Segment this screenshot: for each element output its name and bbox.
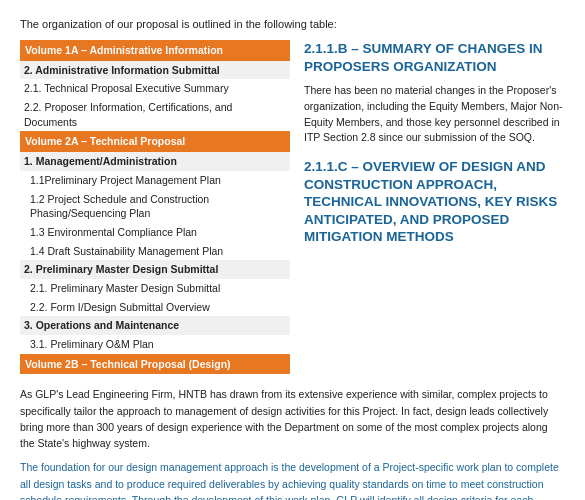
toc-row: 3.1. Preliminary O&M Plan (20, 335, 290, 354)
toc-row: Volume 2A – Technical Proposal (20, 131, 290, 152)
bottom-para-2: The foundation for our design management… (20, 459, 565, 500)
toc-table: Volume 1A – Administrative Information2.… (20, 40, 290, 374)
bottom-para-1: As GLP's Lead Engineering Firm, HNTB has… (20, 386, 565, 451)
toc-row: Volume 2B – Technical Proposal (Design) (20, 354, 290, 375)
toc-row: 2.1. Preliminary Master Design Submittal (20, 279, 290, 298)
toc-row: 2. Administrative Information Submittal (20, 61, 290, 80)
full-width-text: As GLP's Lead Engineering Firm, HNTB has… (20, 386, 565, 500)
toc-row: 1.1Preliminary Project Management Plan (20, 171, 290, 190)
intro-text: The organization of our proposal is outl… (20, 18, 565, 30)
toc-row: 1.2 Project Schedule and Construction Ph… (20, 190, 290, 223)
toc-row: Volume 1A – Administrative Information (20, 40, 290, 61)
toc-row: 2.1. Technical Proposal Executive Summar… (20, 79, 290, 98)
toc-row: 2.2. Form I/Design Submittal Overview (20, 298, 290, 317)
toc-row: 1.4 Draft Sustainability Management Plan (20, 242, 290, 261)
toc-row: 2.2. Proposer Information, Certification… (20, 98, 290, 131)
toc-row: 3. Operations and Maintenance (20, 316, 290, 335)
section-2-title: 2.1.1.C – OVERVIEW OF DESIGN AND CONSTRU… (304, 158, 565, 246)
section-1-title: 2.1.1.B – SUMMARY OF CHANGES IN PROPOSER… (304, 40, 565, 75)
toc-row: 1. Management/Administration (20, 152, 290, 171)
toc-row: 1.3 Environmental Compliance Plan (20, 223, 290, 242)
toc-row: 2. Preliminary Master Design Submittal (20, 260, 290, 279)
toc-section: Volume 1A – Administrative Information2.… (20, 40, 290, 374)
right-section: 2.1.1.B – SUMMARY OF CHANGES IN PROPOSER… (304, 40, 565, 374)
section-1-body: There has been no material changes in th… (304, 83, 565, 146)
